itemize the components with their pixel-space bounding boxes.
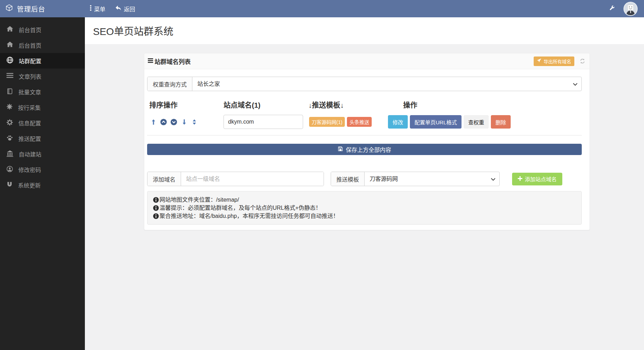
sidebar-item-label: 按行采集 bbox=[18, 103, 41, 112]
edit-button[interactable]: 修改 bbox=[388, 115, 408, 129]
sidebar-item-label: 自动建站 bbox=[19, 150, 41, 158]
asterisk-icon bbox=[6, 103, 13, 111]
info-line-push-url: 聚合推送地址：域名/baidu.php，本程序无需挂访问任务都可自动推送！ bbox=[153, 212, 576, 220]
panel-title: 站群域名列表 bbox=[148, 57, 191, 66]
arrow-down-icon[interactable] bbox=[180, 117, 188, 127]
book-icon bbox=[6, 88, 13, 96]
paper-plane-icon bbox=[537, 58, 541, 64]
paw-icon bbox=[6, 135, 13, 143]
sidebar-item-label: 文章列表 bbox=[19, 72, 41, 81]
panel-header: 站群域名列表 导出所有域名 bbox=[144, 53, 590, 69]
user-circle-icon bbox=[6, 166, 13, 174]
push-badge: 头条推送 bbox=[347, 117, 372, 127]
circle-chevron-down-icon[interactable] bbox=[170, 117, 178, 127]
push-template-group: 推送模板 刀客源码网 bbox=[331, 172, 500, 186]
reply-arrow-icon bbox=[115, 5, 121, 12]
delete-button[interactable]: 删除 bbox=[491, 115, 511, 129]
globe-icon bbox=[6, 57, 13, 65]
content-header: SEO单页站群系统 bbox=[85, 17, 644, 44]
row-actions: 修改 配置单页URL格式 查权重 删除 bbox=[388, 115, 582, 129]
list-icon bbox=[6, 73, 13, 80]
sidebar-item-push-config[interactable]: 推送配置 bbox=[0, 131, 85, 146]
sidebar-item-admin-home[interactable]: 后台首页 bbox=[0, 37, 85, 53]
navbar-right bbox=[609, 2, 644, 16]
bank-icon bbox=[6, 150, 13, 158]
info-well: 网站地图文件夹位置：/sitemap/ 温馨提示：必须配置站群域名，及每个站点的… bbox=[147, 191, 582, 225]
sort-updown-icon[interactable] bbox=[190, 117, 198, 127]
nav-links: 菜单 返回 bbox=[90, 5, 135, 13]
page-title: SEO单页站群系统 bbox=[93, 24, 173, 38]
sidebar-item-label: 站群配置 bbox=[19, 57, 41, 65]
push-template-select[interactable]: 刀客源码网 bbox=[365, 172, 499, 186]
home-icon bbox=[6, 41, 13, 49]
main-content: SEO单页站群系统 站群域名列表 导出所有域名 bbox=[85, 17, 644, 350]
bars-icon bbox=[148, 58, 153, 65]
home-icon bbox=[6, 26, 13, 34]
wrench-icon[interactable] bbox=[609, 5, 615, 12]
sidebar-item-label: 修改密码 bbox=[18, 165, 41, 174]
panel-header-tools: 导出所有域名 bbox=[534, 57, 585, 66]
sort-controls bbox=[149, 117, 224, 127]
cube-icon bbox=[5, 4, 13, 13]
magnet-icon bbox=[6, 181, 13, 189]
info-line-sitemap: 网站地图文件夹位置：/sitemap/ bbox=[153, 196, 576, 204]
template-badges: 刀客源码网(1) 头条推送 bbox=[309, 117, 388, 127]
arrow-up-icon[interactable] bbox=[149, 117, 157, 127]
sidebar-item-line-collect[interactable]: 按行采集 bbox=[0, 100, 85, 115]
export-domains-button[interactable]: 导出所有域名 bbox=[534, 57, 574, 66]
template-badge: 刀客源码网(1) bbox=[309, 117, 345, 127]
back-link[interactable]: 返回 bbox=[115, 5, 135, 13]
ellipsis-vertical-icon bbox=[90, 5, 92, 12]
back-label: 返回 bbox=[124, 5, 135, 13]
sidebar-nav: 前台首页 后台首页 站群配置 文章列表 批量文章 bbox=[0, 17, 85, 350]
panel-body: 权重查询方式 站长之家 排序操作 站点域名(1) ↓推送模板↓ 操作 bbox=[144, 69, 590, 230]
sidebar-item-label: 系统更新 bbox=[18, 181, 41, 189]
col-template-header: ↓推送模板↓ bbox=[308, 100, 403, 110]
plus-icon bbox=[518, 176, 522, 182]
weight-query-label: 权重查询方式 bbox=[147, 77, 192, 91]
info-circle-icon bbox=[153, 205, 159, 211]
sidebar-item-label: 推送配置 bbox=[18, 134, 41, 143]
table-header-row: 排序操作 站点域名(1) ↓推送模板↓ 操作 bbox=[147, 100, 582, 110]
check-weight-button[interactable]: 查权重 bbox=[464, 115, 489, 129]
sidebar-item-change-password[interactable]: 修改密码 bbox=[0, 162, 85, 177]
weight-query-select[interactable]: 站长之家 bbox=[192, 77, 581, 91]
sidebar-item-article-list[interactable]: 文章列表 bbox=[0, 69, 85, 84]
sidebar-item-label: 前台首页 bbox=[19, 25, 41, 34]
sidebar-item-site-config[interactable]: 站群配置 bbox=[0, 53, 85, 69]
sidebar-item-label: 信息配置 bbox=[18, 119, 41, 127]
sidebar-item-system-update[interactable]: 系统更新 bbox=[0, 177, 85, 193]
sidebar-item-auto-build[interactable]: 自动建站 bbox=[0, 146, 85, 162]
menu-label: 菜单 bbox=[94, 5, 105, 13]
brand-title: 管理后台 bbox=[17, 4, 45, 13]
table-row: 刀客源码网(1) 头条推送 修改 配置单页URL格式 查权重 删除 bbox=[147, 115, 582, 136]
info-line-tip: 温馨提示：必须配置站群域名，及每个站点的URL格式+伪静态！ bbox=[153, 204, 576, 212]
top-navbar: 管理后台 菜单 返回 bbox=[0, 0, 644, 17]
user-avatar[interactable] bbox=[623, 2, 638, 16]
add-site-domain-button[interactable]: 添加站点域名 bbox=[512, 173, 562, 185]
domain-input[interactable] bbox=[224, 115, 303, 129]
col-domain-header: 站点域名(1) bbox=[224, 100, 308, 110]
info-circle-icon bbox=[153, 213, 159, 219]
save-all-button[interactable]: 保存上方全部内容 bbox=[147, 144, 582, 155]
col-actions-header: 操作 bbox=[403, 100, 582, 110]
weight-query-group: 权重查询方式 站长之家 bbox=[147, 77, 582, 91]
sidebar-item-label: 批量文章 bbox=[18, 88, 41, 96]
sidebar-item-batch-article[interactable]: 批量文章 bbox=[0, 84, 85, 100]
info-circle-icon bbox=[153, 197, 159, 203]
refresh-icon[interactable] bbox=[580, 58, 585, 64]
add-domain-label: 添加域名 bbox=[147, 172, 181, 186]
add-domain-group: 添加域名 bbox=[147, 172, 324, 186]
circle-chevron-up-icon[interactable] bbox=[159, 117, 168, 127]
new-domain-input[interactable] bbox=[181, 172, 324, 186]
floppy-disk-icon bbox=[338, 146, 343, 153]
domain-list-panel: 站群域名列表 导出所有域名 权重 bbox=[144, 53, 590, 230]
gear-icon bbox=[6, 119, 13, 127]
sidebar-item-info-config[interactable]: 信息配置 bbox=[0, 115, 85, 131]
sidebar-item-front-home[interactable]: 前台首页 bbox=[0, 22, 85, 37]
push-template-label: 推送模板 bbox=[331, 172, 365, 186]
app-brand[interactable]: 管理后台 bbox=[0, 4, 85, 13]
col-sort-header: 排序操作 bbox=[149, 100, 224, 110]
menu-toggle[interactable]: 菜单 bbox=[90, 5, 105, 13]
configure-url-button[interactable]: 配置单页URL格式 bbox=[410, 115, 462, 129]
